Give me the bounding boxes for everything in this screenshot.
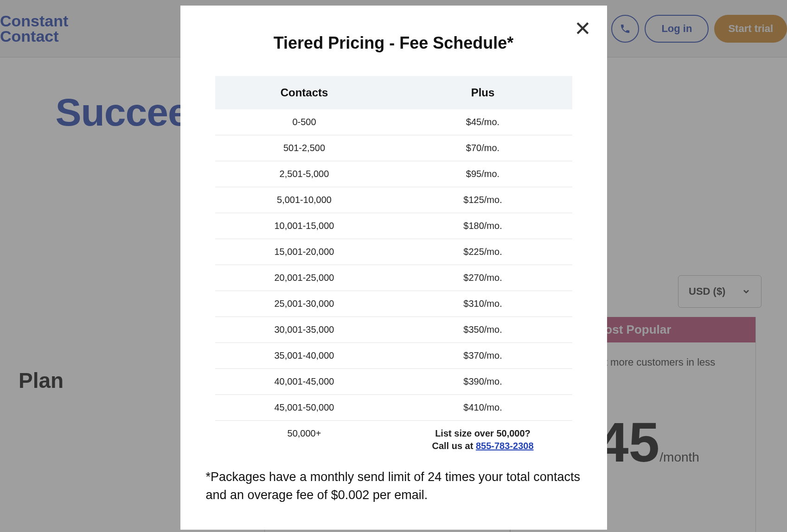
cell-contacts: 45,001-50,000 [215,395,394,421]
cell-price: $370/mo. [394,343,572,369]
modal-footnote: *Packages have a monthly send limit of 2… [206,468,582,504]
cell-price: $180/mo. [394,213,572,239]
cell-contacts-oversize: 50,000+ [215,421,394,459]
table-row-oversize: 50,000+List size over 50,000?Call us at … [215,421,572,459]
modal-title: Tiered Pricing - Fee Schedule* [206,33,582,53]
cell-contacts: 15,001-20,000 [215,239,394,265]
table-row: 20,001-25,000$270/mo. [215,265,572,291]
cell-price: $45/mo. [394,109,572,135]
table-row: 45,001-50,000$410/mo. [215,395,572,421]
table-row: 35,001-40,000$370/mo. [215,343,572,369]
cell-price: $310/mo. [394,291,572,317]
cell-price: $390/mo. [394,369,572,395]
table-row: 501-2,500$70/mo. [215,135,572,161]
cell-contacts: 20,001-25,000 [215,265,394,291]
cell-contacts: 40,001-45,000 [215,369,394,395]
cell-price: $410/mo. [394,395,572,421]
cell-price: $270/mo. [394,265,572,291]
cell-contacts: 10,001-15,000 [215,213,394,239]
cell-price: $95/mo. [394,161,572,187]
pricing-modal: ✕ Tiered Pricing - Fee Schedule* Contact… [180,6,607,530]
table-row: 10,001-15,000$180/mo. [215,213,572,239]
table-row: 5,001-10,000$125/mo. [215,187,572,213]
cell-price: $350/mo. [394,317,572,343]
oversize-question: List size over 50,000? [394,428,572,439]
cell-price: $225/mo. [394,239,572,265]
table-row: 30,001-35,000$350/mo. [215,317,572,343]
cell-price: $70/mo. [394,135,572,161]
col-contacts-header: Contacts [215,76,394,109]
table-row: 40,001-45,000$390/mo. [215,369,572,395]
cell-contacts: 30,001-35,000 [215,317,394,343]
close-button[interactable]: ✕ [574,19,591,39]
table-row: 2,501-5,000$95/mo. [215,161,572,187]
close-icon: ✕ [574,17,591,40]
cell-price: $125/mo. [394,187,572,213]
cell-contacts: 0-500 [215,109,394,135]
cell-contacts: 5,001-10,000 [215,187,394,213]
table-header-row: Contacts Plus [215,76,572,109]
col-plus-header: Plus [394,76,572,109]
cell-contacts: 25,001-30,000 [215,291,394,317]
table-row: 0-500$45/mo. [215,109,572,135]
pricing-table: Contacts Plus 0-500$45/mo.501-2,500$70/m… [215,76,572,459]
cell-contacts: 501-2,500 [215,135,394,161]
phone-link[interactable]: 855-783-2308 [476,441,534,451]
table-row: 15,001-20,000$225/mo. [215,239,572,265]
call-us-line: Call us at 855-783-2308 [432,441,533,451]
cell-contacts: 2,501-5,000 [215,161,394,187]
table-row: 25,001-30,000$310/mo. [215,291,572,317]
cell-contacts: 35,001-40,000 [215,343,394,369]
cell-oversize-cta: List size over 50,000?Call us at 855-783… [394,421,572,459]
